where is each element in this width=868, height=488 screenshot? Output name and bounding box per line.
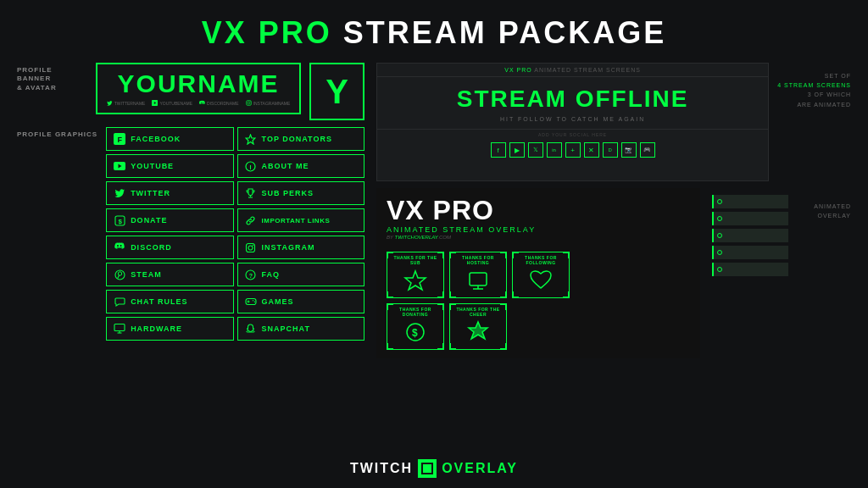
stream-offline-title: STREAM OFFLINE	[377, 77, 768, 116]
steam-icon	[114, 269, 125, 280]
social-instagram-name: INSTAGRAMNAME	[253, 101, 291, 106]
avatar-letter: Y	[326, 73, 348, 111]
graphic-btn-faq[interactable]: ? FAQ	[237, 263, 364, 286]
svg-marker-7	[246, 135, 255, 144]
graphic-btn-about-me[interactable]: i ABOUT ME	[237, 154, 364, 178]
social-instagram: INSTAGRAMNAME	[246, 100, 291, 106]
graphic-btn-steam[interactable]: STEAM	[106, 263, 233, 286]
graphic-btn-important-links[interactable]: IMPORTANT LINKS	[237, 208, 364, 232]
dollar-icon: $	[114, 214, 125, 226]
overlay-bar-5	[712, 263, 788, 276]
overlay-subtitle: ANIMATED STREAM OVERLAY	[387, 225, 690, 234]
faq-label: FAQ	[262, 270, 281, 279]
overlay-bar-3	[712, 229, 788, 242]
overlay-alerts: THANKS FOR THE SUB THANKS FOR HOSTING	[387, 252, 690, 298]
svg-point-18	[253, 244, 253, 245]
graphic-btn-sub-perks[interactable]: SUB PERKS	[237, 181, 364, 205]
stream-screens-panel: VX PRO ANIMATED STREAM SCREENS STREAM OF…	[376, 63, 769, 181]
alert-donating-icon: $	[390, 317, 441, 347]
social-icon-in: in	[547, 142, 562, 158]
social-icon-game: 🎮	[640, 142, 655, 158]
social-label: ADD YOUR SOCIAL HERE	[377, 130, 768, 138]
graphic-btn-youtube[interactable]: YOUTUBE	[106, 154, 233, 178]
svg-point-3	[248, 102, 250, 104]
overlay-bar-1	[712, 195, 788, 208]
title-rest: STREAM PACKAGE	[332, 15, 666, 50]
graphic-btn-instagram[interactable]: INSTAGRAM	[237, 236, 364, 259]
twitter-label: TWITTER	[131, 189, 170, 197]
svg-point-17	[248, 246, 253, 250]
social-discord: DISCORDNAME	[199, 100, 239, 106]
svg-marker-32	[405, 271, 426, 290]
social-youtube: YOUTUBENAME	[152, 100, 192, 106]
alert-cheer-icon	[453, 317, 504, 347]
discord-icon	[114, 241, 125, 253]
profile-graphics-label: PROFILE GRAPHICS	[17, 130, 97, 139]
stream-screens-header: VX PRO ANIMATED STREAM SCREENS	[377, 64, 768, 77]
alert-following: THANKS FOR FOLLOWING	[512, 252, 570, 298]
gamepad-icon	[245, 296, 257, 308]
snapchat-icon	[245, 323, 257, 335]
graphic-btn-donate[interactable]: $ DONATE	[106, 208, 233, 232]
banner-socials: TWITTERNAME YOUTUBENAME DISCORDNAME INST…	[107, 100, 291, 106]
svg-text:i: i	[250, 164, 253, 170]
social-icon-tw: 𝕏	[528, 142, 543, 158]
social-youtube-name: YOUTUBENAME	[159, 101, 192, 106]
games-label: GAMES	[262, 297, 294, 306]
alert-cheer: THANKS FOR THE CHEER	[449, 303, 507, 350]
star-icon	[245, 133, 257, 145]
graphic-btn-games[interactable]: GAMES	[237, 290, 364, 313]
footer: TWITCH OVERLAY	[350, 459, 518, 478]
graphic-btn-facebook[interactable]: f FACEBOOK	[106, 127, 233, 151]
hardware-label: HARDWARE	[131, 324, 182, 333]
stream-screens-accent: VX PRO	[504, 67, 531, 73]
svg-point-27	[252, 300, 253, 301]
about-me-label: ABOUT ME	[262, 162, 309, 170]
social-icon-fb: f	[491, 142, 506, 158]
steam-label: STEAM	[131, 270, 162, 279]
social-twitter: TWITTERNAME	[107, 100, 146, 106]
stream-offline-sub: HIT FOLLOW TO CATCH ME AGAIN	[377, 116, 768, 130]
profile-graphics-section: PROFILE GRAPHICS f FACEBOOK TOP DONATORS	[17, 127, 364, 341]
alert-sub: THANKS FOR THE SUB	[387, 252, 444, 298]
overlay-right-bars	[707, 188, 793, 283]
graphic-btn-snapchat[interactable]: SNAPCHAT	[237, 317, 364, 341]
svg-text:?: ?	[249, 272, 253, 278]
youtube-icon	[114, 160, 125, 172]
stream-social-icons: f ▶ 𝕏 in + ✕ D 📷 🎮	[377, 138, 768, 162]
important-links-label: IMPORTANT LINKS	[262, 217, 331, 225]
graphic-btn-hardware[interactable]: HARDWARE	[106, 317, 233, 341]
facebook-icon: f	[114, 133, 125, 145]
alert-sub-icon	[390, 265, 441, 295]
overlay-by: BY TWITCHOVERLAY.COM	[387, 235, 690, 240]
svg-rect-16	[247, 243, 255, 252]
set-label: SET OF 4 STREAM SCREENS 3 OF WHICH ARE A…	[777, 71, 851, 109]
graphic-btn-chat-rules[interactable]: CHAT RULES	[106, 290, 233, 313]
footer-overlay: OVERLAY	[442, 461, 518, 476]
profile-banner-label: PROFILE BANNER& AVATAR	[17, 66, 86, 92]
discord-label: DISCORD	[131, 243, 172, 252]
overlay-title: VX PRO	[387, 197, 690, 224]
graphic-btn-top-donators[interactable]: TOP DONATORS	[237, 127, 364, 151]
graphic-btn-discord[interactable]: DISCORD	[106, 236, 233, 259]
svg-point-20	[118, 271, 121, 274]
main-title: VX PRO STREAM PACKAGE	[0, 0, 868, 51]
overlay-content: VX PRO ANIMATED STREAM OVERLAY BY TWITCH…	[376, 188, 700, 358]
social-twitter-name: TWITTERNAME	[114, 101, 146, 106]
snapchat-label: SNAPCHAT	[262, 324, 310, 333]
info-icon: i	[245, 160, 257, 172]
banner-box: YOURNAME TWITTERNAME YOUTUBENAME DISCORD…	[96, 63, 301, 114]
monitor-icon	[114, 323, 125, 335]
donate-label: DONATE	[131, 216, 167, 225]
graphic-btn-twitter[interactable]: TWITTER	[106, 181, 233, 205]
footer-logo-inner	[421, 463, 433, 474]
question-icon: ?	[245, 269, 257, 280]
youtube-label: YOUTUBE	[131, 162, 174, 170]
social-icon-yt: ▶	[509, 142, 525, 158]
svg-text:f: f	[118, 136, 124, 144]
banner-name: YOURNAME	[118, 71, 280, 97]
footer-logo	[418, 459, 437, 478]
alert-hosting-icon	[453, 265, 504, 295]
graphics-grid: f FACEBOOK TOP DONATORS YOUTUBE	[106, 127, 364, 341]
svg-rect-29	[114, 324, 125, 331]
